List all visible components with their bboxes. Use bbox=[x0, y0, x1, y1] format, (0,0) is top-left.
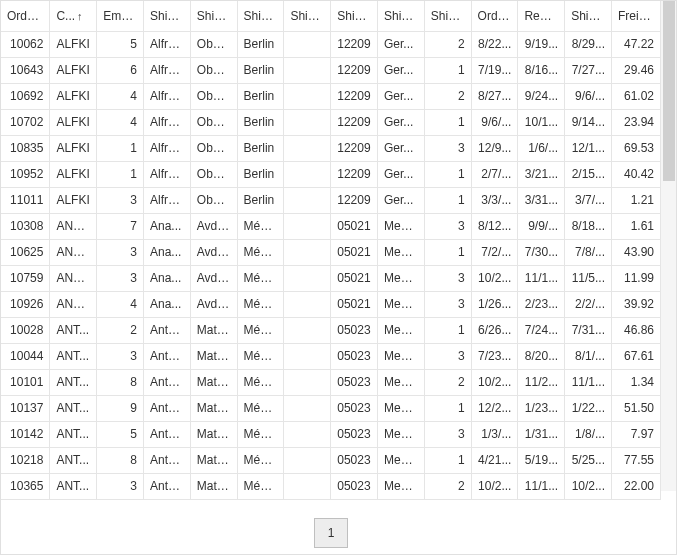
cell-freight[interactable]: 43.90 bbox=[611, 240, 660, 266]
cell-shippedDate[interactable]: 8/1/... bbox=[565, 344, 612, 370]
cell-shipRegion[interactable] bbox=[284, 318, 331, 344]
cell-shipCity[interactable]: Méxi... bbox=[237, 214, 284, 240]
cell-orderDate[interactable]: 8/22... bbox=[471, 32, 518, 58]
cell-shipCountry[interactable]: Ger... bbox=[378, 32, 425, 58]
cell-requiredDate[interactable]: 11/2... bbox=[518, 370, 565, 396]
cell-employeeId[interactable]: 1 bbox=[97, 162, 144, 188]
cell-shipVia[interactable]: 3 bbox=[424, 344, 471, 370]
cell-shipCity[interactable]: Berlin bbox=[237, 188, 284, 214]
cell-shipPostal[interactable]: 12209 bbox=[331, 110, 378, 136]
cell-orderId[interactable]: 10702 bbox=[1, 110, 50, 136]
cell-shipRegion[interactable] bbox=[284, 474, 331, 500]
cell-shipRegion[interactable] bbox=[284, 240, 331, 266]
cell-shipCity[interactable]: Méxi... bbox=[237, 474, 284, 500]
cell-shipVia[interactable]: 1 bbox=[424, 396, 471, 422]
cell-employeeId[interactable]: 3 bbox=[97, 344, 144, 370]
cell-orderDate[interactable]: 8/27... bbox=[471, 84, 518, 110]
cell-shipCountry[interactable]: Mexi... bbox=[378, 214, 425, 240]
cell-orderDate[interactable]: 10/2... bbox=[471, 266, 518, 292]
cell-orderDate[interactable]: 7/23... bbox=[471, 344, 518, 370]
cell-shipAddress[interactable]: Ober... bbox=[190, 136, 237, 162]
cell-shipCity[interactable]: Méxi... bbox=[237, 448, 284, 474]
cell-shipVia[interactable]: 1 bbox=[424, 58, 471, 84]
cell-orderDate[interactable]: 1/3/... bbox=[471, 422, 518, 448]
table-row[interactable]: 10044ANT...3Anto...Mata...Méxi...05023Me… bbox=[1, 344, 661, 370]
cell-shipName[interactable]: Alfre... bbox=[144, 110, 191, 136]
cell-shipAddress[interactable]: Ober... bbox=[190, 110, 237, 136]
cell-shippedDate[interactable]: 5/25... bbox=[565, 448, 612, 474]
cell-shipPostal[interactable]: 12209 bbox=[331, 84, 378, 110]
table-row[interactable]: 10625ANA...3Ana...Avda...Méxi...05021Mex… bbox=[1, 240, 661, 266]
cell-shippedDate[interactable]: 1/8/... bbox=[565, 422, 612, 448]
cell-customerId[interactable]: ANT... bbox=[50, 448, 97, 474]
cell-orderDate[interactable]: 9/6/... bbox=[471, 110, 518, 136]
cell-shipPostal[interactable]: 05023 bbox=[331, 396, 378, 422]
cell-shippedDate[interactable]: 9/14... bbox=[565, 110, 612, 136]
cell-requiredDate[interactable]: 9/9/... bbox=[518, 214, 565, 240]
cell-shipCountry[interactable]: Mexi... bbox=[378, 422, 425, 448]
cell-shipName[interactable]: Ana... bbox=[144, 292, 191, 318]
cell-shipCountry[interactable]: Mexi... bbox=[378, 344, 425, 370]
cell-shipVia[interactable]: 3 bbox=[424, 136, 471, 162]
cell-shipCity[interactable]: Berlin bbox=[237, 84, 284, 110]
cell-orderId[interactable]: 10062 bbox=[1, 32, 50, 58]
cell-shipCity[interactable]: Méxi... bbox=[237, 344, 284, 370]
cell-shipAddress[interactable]: Avda... bbox=[190, 240, 237, 266]
cell-orderDate[interactable]: 1/26... bbox=[471, 292, 518, 318]
table-row[interactable]: 10643ALFKI6Alfre...Ober...Berlin12209Ger… bbox=[1, 58, 661, 84]
cell-requiredDate[interactable]: 7/24... bbox=[518, 318, 565, 344]
cell-shipCity[interactable]: Méxi... bbox=[237, 240, 284, 266]
cell-customerId[interactable]: ALFKI bbox=[50, 162, 97, 188]
cell-shipVia[interactable]: 1 bbox=[424, 240, 471, 266]
table-row[interactable]: 10692ALFKI4Alfre...Ober...Berlin12209Ger… bbox=[1, 84, 661, 110]
cell-orderId[interactable]: 10218 bbox=[1, 448, 50, 474]
cell-orderId[interactable]: 10365 bbox=[1, 474, 50, 500]
cell-shipCountry[interactable]: Ger... bbox=[378, 58, 425, 84]
cell-requiredDate[interactable]: 1/23... bbox=[518, 396, 565, 422]
cell-shipPostal[interactable]: 12209 bbox=[331, 58, 378, 84]
cell-requiredDate[interactable]: 1/6/... bbox=[518, 136, 565, 162]
cell-shippedDate[interactable]: 11/5... bbox=[565, 266, 612, 292]
table-row[interactable]: 10137ANT...9Anto...Mata...Méxi...05023Me… bbox=[1, 396, 661, 422]
cell-requiredDate[interactable]: 8/16... bbox=[518, 58, 565, 84]
vertical-scrollbar[interactable] bbox=[660, 1, 676, 491]
cell-orderDate[interactable]: 8/12... bbox=[471, 214, 518, 240]
cell-customerId[interactable]: ANT... bbox=[50, 422, 97, 448]
cell-customerId[interactable]: ANT... bbox=[50, 396, 97, 422]
cell-shipRegion[interactable] bbox=[284, 162, 331, 188]
cell-shipPostal[interactable]: 05021 bbox=[331, 240, 378, 266]
cell-orderDate[interactable]: 10/2... bbox=[471, 370, 518, 396]
cell-freight[interactable]: 67.61 bbox=[611, 344, 660, 370]
cell-shipName[interactable]: Alfre... bbox=[144, 188, 191, 214]
cell-shipVia[interactable]: 3 bbox=[424, 266, 471, 292]
cell-freight[interactable]: 61.02 bbox=[611, 84, 660, 110]
cell-employeeId[interactable]: 3 bbox=[97, 240, 144, 266]
table-row[interactable]: 10702ALFKI4Alfre...Ober...Berlin12209Ger… bbox=[1, 110, 661, 136]
cell-requiredDate[interactable]: 9/19... bbox=[518, 32, 565, 58]
cell-shippedDate[interactable]: 7/27... bbox=[565, 58, 612, 84]
column-header-orderDate[interactable]: Orde... bbox=[471, 1, 518, 32]
cell-shipAddress[interactable]: Mata... bbox=[190, 318, 237, 344]
cell-shippedDate[interactable]: 7/31... bbox=[565, 318, 612, 344]
cell-orderDate[interactable]: 4/21... bbox=[471, 448, 518, 474]
cell-shipVia[interactable]: 3 bbox=[424, 292, 471, 318]
cell-shippedDate[interactable]: 8/18... bbox=[565, 214, 612, 240]
cell-shipAddress[interactable]: Avda... bbox=[190, 214, 237, 240]
cell-orderId[interactable]: 10952 bbox=[1, 162, 50, 188]
cell-shipName[interactable]: Ana... bbox=[144, 266, 191, 292]
cell-shippedDate[interactable]: 7/8/... bbox=[565, 240, 612, 266]
column-header-shipRegion[interactable]: Ship... bbox=[284, 1, 331, 32]
cell-freight[interactable]: 23.94 bbox=[611, 110, 660, 136]
cell-shipName[interactable]: Anto... bbox=[144, 370, 191, 396]
cell-shippedDate[interactable]: 10/2... bbox=[565, 474, 612, 500]
table-row[interactable]: 10835ALFKI1Alfre...Ober...Berlin12209Ger… bbox=[1, 136, 661, 162]
cell-shipPostal[interactable]: 05021 bbox=[331, 292, 378, 318]
cell-shippedDate[interactable]: 12/1... bbox=[565, 136, 612, 162]
cell-shipRegion[interactable] bbox=[284, 448, 331, 474]
cell-shipCountry[interactable]: Mexi... bbox=[378, 448, 425, 474]
pager-page-1[interactable]: 1 bbox=[314, 518, 348, 548]
cell-shipName[interactable]: Alfre... bbox=[144, 84, 191, 110]
cell-shipCity[interactable]: Méxi... bbox=[237, 266, 284, 292]
cell-freight[interactable]: 11.99 bbox=[611, 266, 660, 292]
cell-orderDate[interactable]: 10/2... bbox=[471, 474, 518, 500]
